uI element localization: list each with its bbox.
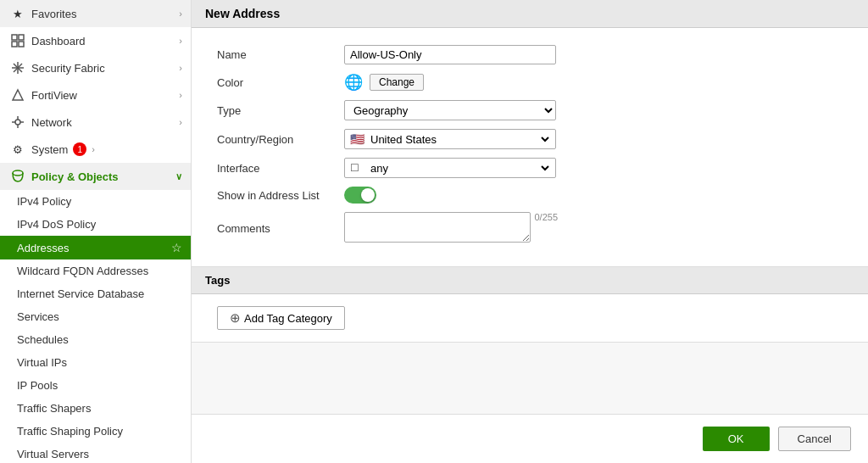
sidebar-item-schedules[interactable]: Schedules: [0, 328, 191, 351]
sidebar-label-dashboard: Dashboard: [31, 35, 86, 47]
svg-point-14: [13, 170, 23, 176]
arrow-icon: ›: [179, 8, 182, 19]
form-panel: Name Color 🌐 Change Type Geography Subne…: [192, 28, 868, 267]
sub-item-label: Addresses: [17, 242, 69, 254]
sidebar-item-internet-service-db[interactable]: Internet Service Database: [0, 282, 191, 305]
country-select[interactable]: United States Canada United Kingdom: [348, 130, 552, 148]
sidebar-item-ipv4-dos-policy[interactable]: IPv4 DoS Policy: [0, 213, 191, 236]
policy-objects-icon: [10, 169, 25, 184]
comments-area: 0/255: [344, 212, 531, 245]
sidebar-item-wildcard-fqdn[interactable]: Wildcard FQDN Addresses: [0, 259, 191, 282]
chevron-down-icon: ∨: [175, 171, 182, 182]
toggle-knob: [361, 188, 375, 202]
show-address-row: Show in Address List: [217, 187, 843, 204]
tags-title: Tags: [205, 274, 230, 287]
cancel-button[interactable]: Cancel: [778, 427, 851, 451]
dashboard-icon: [10, 33, 25, 48]
svg-rect-0: [12, 35, 17, 40]
type-select[interactable]: Geography Subnet IP Range FQDN Wildcard …: [344, 100, 556, 120]
panel-header: New Address: [192, 0, 868, 28]
svg-marker-8: [13, 90, 23, 100]
sidebar-item-ipv4-policy[interactable]: IPv4 Policy: [0, 190, 191, 213]
plus-icon: ⊕: [230, 310, 241, 326]
sidebar-item-addresses[interactable]: Addresses ☆: [0, 236, 191, 259]
main-content: New Address Name Color 🌐 Change Type Geo…: [192, 0, 868, 463]
sub-item-label: Traffic Shapers: [17, 402, 91, 415]
sidebar-item-security-fabric[interactable]: Security Fabric ›: [0, 54, 191, 81]
sidebar-item-system[interactable]: ⚙ System 1 ›: [0, 136, 191, 163]
sidebar-item-fortiview[interactable]: FortiView ›: [0, 81, 191, 109]
country-select-wrapper: 🇺🇸 United States Canada United Kingdom: [344, 129, 556, 149]
color-controls: 🌐 Change: [344, 73, 424, 92]
sub-item-label: Internet Service Database: [17, 287, 144, 300]
sidebar-item-traffic-shapers[interactable]: Traffic Shapers: [0, 397, 191, 420]
security-fabric-icon: [10, 60, 25, 75]
star-bookmark-icon[interactable]: ☆: [171, 241, 182, 254]
globe-icon: 🌐: [344, 73, 363, 92]
svg-rect-2: [12, 42, 17, 47]
sidebar-label-favorites: Favorites: [31, 8, 76, 20]
type-label: Type: [217, 104, 344, 117]
interface-label: Interface: [217, 162, 344, 175]
fortiview-icon: [10, 87, 25, 103]
sidebar-item-virtual-servers[interactable]: Virtual Servers: [0, 443, 191, 463]
add-tag-label: Add Tag Category: [244, 312, 332, 325]
ok-button[interactable]: OK: [703, 427, 770, 451]
sidebar-item-virtual-ips[interactable]: Virtual IPs: [0, 351, 191, 374]
system-icon: ⚙: [10, 142, 25, 157]
tags-body: ⊕ Add Tag Category: [192, 294, 868, 342]
country-label: Country/Region: [217, 133, 344, 146]
interface-select-wrapper: ☐ any wan1 lan: [344, 158, 556, 178]
comments-label: Comments: [217, 222, 344, 235]
sub-item-label: IPv4 Policy: [17, 195, 71, 208]
color-label: Color: [217, 76, 344, 89]
sub-item-label: IPv4 DoS Policy: [17, 218, 96, 231]
comments-row: Comments 0/255: [217, 212, 843, 245]
name-row: Name: [217, 45, 843, 64]
sub-item-label: Services: [17, 310, 59, 323]
sidebar-item-policy-objects[interactable]: Policy & Objects ∨: [0, 163, 191, 190]
color-row: Color 🌐 Change: [217, 73, 843, 92]
sub-item-label: IP Pools: [17, 379, 58, 392]
tags-section: Tags ⊕ Add Tag Category: [192, 267, 868, 343]
comments-input[interactable]: [344, 212, 531, 243]
sidebar-item-traffic-shaping-policy[interactable]: Traffic Shaping Policy: [0, 420, 191, 443]
sidebar-label-fortiview: FortiView: [31, 89, 77, 102]
sidebar-item-ip-pools[interactable]: IP Pools: [0, 374, 191, 397]
interface-row: Interface ☐ any wan1 lan: [217, 158, 843, 178]
sidebar-item-favorites[interactable]: ★ Favorites ›: [0, 0, 191, 27]
arrow-icon: ›: [92, 144, 95, 154]
sidebar-label-policy-objects: Policy & Objects: [31, 170, 119, 183]
sidebar: ★ Favorites › Dashboard › Security Fabri…: [0, 0, 192, 463]
name-input[interactable]: [344, 45, 556, 64]
show-address-toggle[interactable]: [344, 187, 376, 204]
sidebar-label-security-fabric: Security Fabric: [31, 62, 105, 75]
policy-objects-submenu: IPv4 Policy IPv4 DoS Policy Addresses ☆ …: [0, 190, 191, 463]
svg-point-9: [15, 120, 20, 125]
panel-title: New Address: [205, 7, 280, 20]
sidebar-item-network[interactable]: Network ›: [0, 109, 191, 136]
footer-actions: OK Cancel: [192, 414, 868, 463]
sidebar-label-system: System: [31, 143, 68, 156]
sub-item-label: Traffic Shaping Policy: [17, 425, 123, 438]
arrow-icon: ›: [179, 90, 182, 100]
char-count: 0/255: [534, 212, 558, 222]
arrow-icon: ›: [179, 63, 182, 73]
color-change-button[interactable]: Change: [370, 74, 424, 91]
sub-item-label: Virtual IPs: [17, 356, 67, 369]
sub-item-label: Virtual Servers: [17, 448, 89, 460]
tags-header: Tags: [192, 267, 868, 294]
country-row: Country/Region 🇺🇸 United States Canada U…: [217, 129, 843, 149]
add-tag-category-button[interactable]: ⊕ Add Tag Category: [217, 306, 345, 330]
sub-item-label: Schedules: [17, 333, 69, 346]
sidebar-item-services[interactable]: Services: [0, 305, 191, 328]
interface-select[interactable]: any wan1 lan: [348, 159, 552, 177]
network-icon: [10, 114, 25, 130]
arrow-icon: ›: [179, 36, 182, 46]
star-icon: ★: [10, 6, 25, 21]
show-label: Show in Address List: [217, 189, 344, 202]
sidebar-label-network: Network: [31, 116, 72, 129]
sub-item-label: Wildcard FQDN Addresses: [17, 265, 148, 277]
sidebar-item-dashboard[interactable]: Dashboard ›: [0, 27, 191, 54]
type-row: Type Geography Subnet IP Range FQDN Wild…: [217, 100, 843, 120]
